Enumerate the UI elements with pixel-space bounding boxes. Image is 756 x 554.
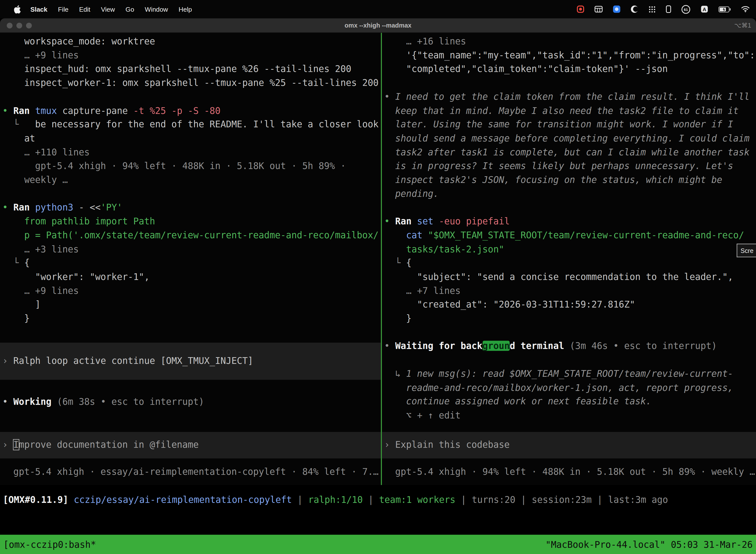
queued-message-banner[interactable]: › Ralph loop active continue [OMX_TMUX_I… (0, 342, 381, 380)
tmux-status-bar: [omx-cczip0:bash* "MacBook-Pro-44.local"… (0, 535, 756, 554)
zoom-button[interactable] (26, 22, 32, 28)
text-segment: gpt-5.4 xhigh · 94% left · 488K in · 5.1… (384, 466, 755, 477)
terminal-line: is in progress? It seems likely but perh… (384, 159, 756, 173)
menu-file[interactable]: File (53, 5, 74, 13)
text-segment: d terminal (510, 341, 570, 351)
terminal-line: ⌥ + ↑ edit (384, 409, 756, 423)
input-source-icon[interactable]: A (700, 5, 708, 13)
text-segment: weekly … (2, 175, 68, 185)
terminal: workspace_mode: worktree … +9 lines insp… (0, 33, 756, 485)
text-segment: I (13, 440, 19, 450)
queued-message-text: › Ralph loop active continue [OMX_TMUX_I… (2, 354, 253, 368)
terminal-line: • I need to get the claim token from the… (384, 90, 756, 104)
text-segment: 1 new msg(s): read $OMX_TEAM_STATE_ROOT/… (406, 369, 733, 379)
text-segment: … +110 lines (2, 147, 90, 157)
text-segment: should send a message before completing … (384, 133, 750, 143)
traffic-lights (7, 22, 32, 28)
text-segment: └ (2, 258, 24, 268)
battery-icon[interactable] (718, 6, 731, 12)
menu-help[interactable]: Help (173, 5, 197, 13)
wifi-icon[interactable] (741, 6, 750, 12)
tmux-pane-right[interactable]: … +16 lines '{"team_name":"my-team","tas… (382, 33, 756, 485)
window-grid-icon[interactable] (594, 6, 603, 12)
terminal-line: • Waiting for background terminal (3m 46… (384, 340, 756, 353)
text-segment: … +3 lines (2, 244, 79, 254)
terminal-line: • Ran tmux capture-pane -t %25 -p -S -80 (2, 104, 381, 118)
terminal-line: … +110 lines (2, 146, 381, 159)
text-segment: keep that in mind. Maybe I also need the… (384, 106, 739, 116)
menu-bar-status-icons: 61 A (577, 4, 756, 14)
terminal-line: weekly … (2, 173, 381, 187)
tmux-pane-left[interactable]: workspace_mode: worktree … +9 lines insp… (0, 33, 381, 485)
close-button[interactable] (7, 22, 12, 28)
text-segment: cczip/essay/ai-reimplementation-copyleft (74, 495, 292, 505)
text-segment: Ran (395, 216, 417, 226)
text-segment: "created_at": "2026-03-31T11:59:27.816Z" (384, 299, 635, 310)
terminal-line: from pathlib import Path (2, 215, 381, 229)
text-segment: set (417, 216, 439, 226)
terminal-line: … +16 lines (384, 35, 756, 49)
text-segment: | turns:20 | session:23m | last:3m ago (455, 495, 668, 505)
text-segment: Ralph loop active continue [OMX_TMUX_INJ… (13, 356, 253, 366)
terminal-line: "subject": "send a concise recommendatio… (384, 270, 756, 284)
text-segment: python3 (35, 203, 79, 213)
text-segment: › (2, 356, 13, 366)
blue-app-icon[interactable] (613, 5, 621, 13)
minimize-button[interactable] (16, 22, 22, 28)
round-app-icon[interactable] (631, 5, 638, 13)
text-segment: be necessary for the end of the README. … (35, 119, 379, 129)
text-segment: } (2, 313, 30, 323)
terminal-line: cat "$OMX_TEAM_STATE_ROOT/team/review-cu… (384, 229, 756, 242)
prompt-input-left[interactable]: › Improve documentation in @filename (0, 432, 381, 458)
screen-recording-icon[interactable] (577, 5, 584, 13)
text-segment: workspace_mode: worktree (2, 36, 155, 46)
terminal-line: } (384, 312, 756, 326)
terminal-line: └ { (2, 257, 381, 270)
dots-grid-icon[interactable] (649, 5, 656, 13)
gauge-percentage-icon[interactable]: 61 (681, 4, 691, 14)
terminal-line: … +3 lines (2, 242, 381, 257)
window-title-bar[interactable]: omx --xhigh --madmax ⌥⌘1 (0, 18, 756, 33)
terminal-line (2, 187, 381, 201)
terminal-line: gpt-5.4 xhigh · 94% left · 488K in · 5.1… (2, 159, 381, 173)
working-status: • Working (6m 38s • esc to interrupt) (2, 395, 381, 409)
text-segment: gpt-5.4 xhigh · essay/ai-reimplementatio… (2, 466, 379, 477)
text-segment: • (384, 341, 395, 351)
terminal-line: "completed","claim_token":"claim-token"}… (384, 63, 756, 76)
terminal-line: tasks/task-2.json" (384, 242, 756, 257)
terminal-line: inspect task2's JSON, focusing on the st… (384, 173, 756, 187)
menu-edit[interactable]: Edit (74, 5, 96, 13)
text-segment: team:1 workers (379, 495, 455, 505)
text-segment: (3m 46s • esc to interrupt) (570, 341, 717, 351)
terminal-line: p = Path('.omx/state/team/review-current… (2, 229, 381, 242)
text-segment: } (384, 313, 412, 323)
phone-mirroring-icon[interactable] (666, 5, 671, 13)
text-segment: task2 after task1 is complete, but can I… (384, 147, 750, 157)
terminal-output-left: workspace_mode: worktree … +9 lines insp… (2, 35, 381, 326)
terminal-line: "worker": "worker-1", (2, 270, 381, 284)
terminal-line (2, 90, 381, 104)
menu-go[interactable]: Go (120, 5, 140, 13)
menu-app-name[interactable]: Slack (25, 5, 53, 13)
terminal-line: └ { (384, 257, 756, 270)
model-status-right: gpt-5.4 xhigh · 94% left · 488K in · 5.1… (384, 465, 756, 479)
text-segment: later. Using the same for transition mig… (384, 119, 733, 129)
text-segment: readme-and-reco/mailbox/worker-1.json, a… (384, 383, 733, 393)
prompt-input-right[interactable]: › Explain this codebase (382, 432, 756, 458)
text-segment: is in progress? It seems likely but perh… (384, 161, 733, 171)
text-segment: [OMX#0.11.9] (3, 495, 74, 505)
gauge-percentage-value: 61 (684, 7, 688, 11)
apple-menu[interactable] (10, 5, 25, 13)
prompt-placeholder-right: › Explain this codebase (384, 438, 510, 452)
text-segment: "$OMX_TEAM_STATE_ROOT/team/review-curren… (428, 230, 744, 240)
text-segment: … +9 lines (2, 50, 79, 60)
menu-view[interactable]: View (96, 5, 120, 13)
terminal-line: task2 after task1 is complete, but can I… (384, 146, 756, 159)
apple-icon (14, 5, 20, 13)
text-segment: '{"team_name":"my-team","task_id":"1","f… (384, 50, 755, 60)
menu-window[interactable]: Window (139, 5, 173, 13)
text-segment: • (384, 216, 395, 226)
omx-status-text: [OMX#0.11.9] cczip/essay/ai-reimplementa… (0, 493, 756, 507)
text-segment: (6m 38s • esc to interrupt) (57, 397, 204, 407)
text-segment: • (384, 92, 395, 102)
